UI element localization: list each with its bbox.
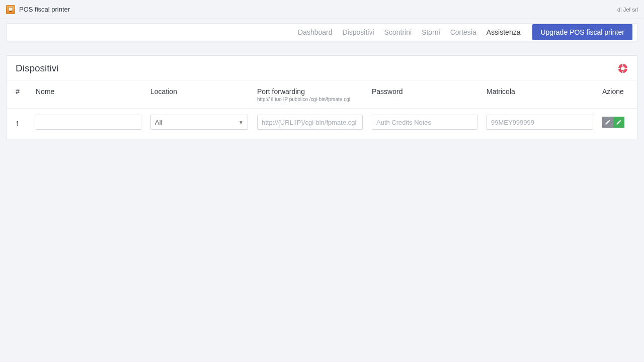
app-icon	[6, 5, 15, 14]
col-nome: Nome	[36, 87, 150, 96]
svg-rect-4	[622, 63, 623, 66]
nav-dashboard[interactable]: Dashboard	[294, 28, 337, 36]
upgrade-button[interactable]: Upgrade POS fiscal printer	[532, 24, 632, 40]
svg-rect-7	[625, 68, 628, 69]
panel-title: Dispositivi	[16, 63, 59, 74]
svg-rect-1	[10, 11, 12, 12]
nav-dispositivi[interactable]: Dispositivi	[339, 28, 378, 36]
app-byline: di Jef srl	[617, 7, 638, 13]
table-row: 1 All ▼	[7, 109, 637, 139]
chevron-down-icon: ▼	[238, 120, 244, 125]
app-title: POS fiscal printer	[19, 6, 70, 13]
nome-input[interactable]	[36, 115, 141, 130]
help-lifering-icon[interactable]	[617, 63, 628, 74]
devices-panel: Dispositivi # Nome Location Port forward…	[6, 55, 638, 139]
col-password: Password	[372, 87, 487, 96]
password-input[interactable]	[372, 115, 477, 130]
pencil-icon	[605, 119, 611, 125]
portforwarding-input[interactable]	[257, 115, 363, 130]
table-header: # Nome Location Port forwarding http:// …	[7, 80, 637, 109]
location-select-value: All	[155, 119, 162, 126]
col-portforwarding: Port forwarding	[257, 87, 372, 96]
col-location: Location	[150, 87, 257, 96]
col-index: #	[16, 87, 36, 96]
pencil-icon	[616, 119, 622, 125]
row-actions	[602, 117, 638, 128]
devices-table: # Nome Location Port forwarding http:// …	[7, 80, 637, 139]
nav-cortesia[interactable]: Cortesia	[446, 28, 480, 36]
svg-rect-6	[618, 68, 620, 69]
svg-rect-5	[622, 71, 623, 73]
col-matricola: Matricola	[487, 87, 602, 96]
col-portforwarding-sub: http:// il tuo IP pubblico /cgi-bin/fpma…	[257, 97, 372, 102]
confirm-button[interactable]	[613, 117, 624, 128]
matricola-input[interactable]	[487, 115, 593, 130]
nav-storni[interactable]: Storni	[418, 28, 444, 36]
edit-button[interactable]	[602, 117, 613, 128]
app-topbar: POS fiscal printer di Jef srl	[0, 0, 644, 19]
col-azione: Azione	[602, 87, 638, 96]
main-navbar: Dashboard Dispositivi Scontrini Storni C…	[6, 23, 638, 41]
svg-rect-0	[9, 7, 13, 11]
svg-point-3	[621, 66, 625, 70]
nav-assistenza[interactable]: Assistenza	[482, 28, 525, 36]
row-index: 1	[16, 117, 36, 128]
location-select[interactable]: All ▼	[150, 115, 248, 130]
nav-scontrini[interactable]: Scontrini	[380, 28, 416, 36]
